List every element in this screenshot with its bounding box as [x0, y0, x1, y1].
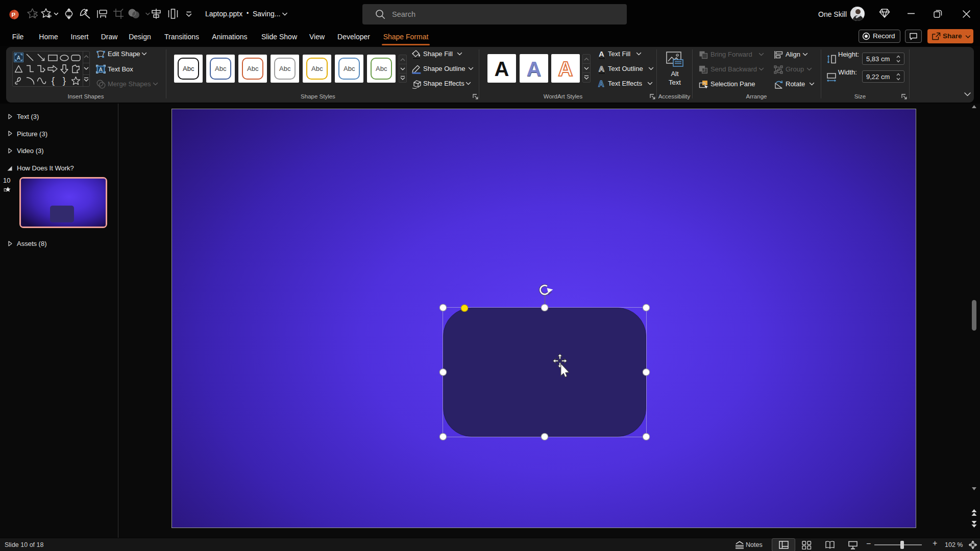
svg-text:Abc: Abc — [247, 65, 259, 72]
svg-text:Abc: Abc — [279, 65, 291, 72]
svg-text:Abc: Abc — [215, 65, 227, 72]
svg-text:A: A — [495, 58, 509, 80]
svg-text:A: A — [599, 50, 604, 58]
svg-text:A: A — [558, 58, 573, 80]
svg-text:Abc: Abc — [376, 65, 387, 72]
svg-text:A: A — [527, 58, 542, 80]
svg-text:A: A — [599, 65, 604, 73]
svg-text:Abc: Abc — [344, 65, 355, 72]
svg-text:Abc: Abc — [311, 65, 323, 72]
svg-text:A: A — [17, 55, 20, 61]
svg-text:Abc: Abc — [183, 65, 194, 72]
svg-text:A: A — [598, 80, 604, 88]
svg-text:A: A — [99, 66, 103, 72]
svg-text:P: P — [12, 12, 16, 18]
